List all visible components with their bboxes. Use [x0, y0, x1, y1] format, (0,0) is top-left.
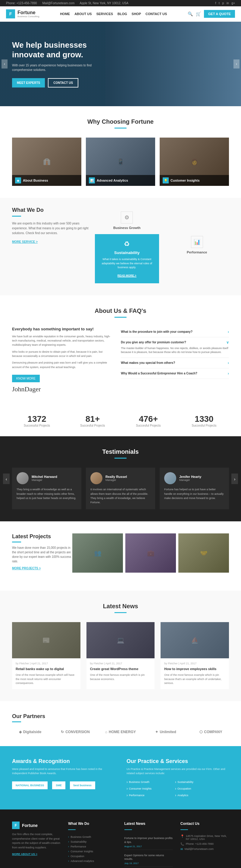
testimonials-prev-button[interactable]: ‹: [3, 474, 10, 484]
faq-item-2[interactable]: Do you give any offer for premium custom…: [121, 337, 229, 358]
logo[interactable]: F Fortune Business Consulting: [6, 9, 39, 19]
partner-company-icon: ⬡: [199, 730, 202, 734]
social-facebook[interactable]: f: [215, 1, 216, 5]
partner-home-energy[interactable]: ⌂ HOME ENERGY: [102, 730, 139, 734]
service-link-2[interactable]: Sustainability: [175, 780, 221, 784]
footer-link-3[interactable]: Performance: [68, 844, 116, 849]
footer-link-5[interactable]: Occupation: [68, 854, 116, 859]
faq-item-4[interactable]: Why Would a Successful Entrepreneur Hire…: [121, 368, 229, 379]
about-divider: [114, 317, 127, 318]
about-subtitle: Everybody has something important to say…: [12, 327, 112, 331]
stat-label-4: Succesful Projects: [179, 424, 229, 427]
footer-logo-text: Fortune: [22, 823, 38, 828]
sustainability-read-more[interactable]: READ MORE >: [117, 274, 136, 277]
stat-label-2: Succesful Projects: [68, 424, 117, 427]
project-img-1: 👥: [72, 533, 123, 572]
wwd-items: ⚙ Business Growth ♻ Sustainability What …: [95, 207, 159, 283]
business-growth-label: Business Growth: [113, 226, 140, 229]
why-card-business-label: About Business: [23, 179, 48, 182]
logo-icon: F: [6, 9, 15, 19]
cart-icon[interactable]: 🛒: [196, 11, 201, 16]
nav-about[interactable]: ABOUT US: [74, 12, 92, 16]
partner-digitalside[interactable]: ◈ Digitalside: [12, 730, 48, 734]
projects-header: Latest Projects We have done more than 1…: [12, 533, 229, 572]
nav-services[interactable]: SERVICES: [96, 12, 113, 16]
partner-conversion[interactable]: ↻ CONVERSION: [57, 730, 93, 734]
why-card-business-overlay: ◈ About Business: [12, 175, 81, 186]
why-card-insights-label: Customer Insights: [171, 179, 200, 182]
news-divider: [114, 612, 127, 613]
social-linkedin[interactable]: in: [227, 1, 229, 5]
footer-news-1: Fortune to improve your business profits…: [125, 835, 173, 849]
news-card-1-content: by Fletcher | April 21, 2017 Retail bank…: [12, 658, 80, 689]
why-card-insights-overlay: 💡 Customer Insights: [160, 175, 229, 186]
service-link-4[interactable]: Occupation: [175, 786, 221, 791]
nav-home[interactable]: HOME: [60, 12, 70, 16]
news-card-3[interactable]: ⛵ by Fletcher | April 21, 2017 How to im…: [161, 622, 229, 689]
nav-shop[interactable]: SHOP: [132, 12, 141, 16]
news-card-2-content: by Fletcher | April 21, 2017 Create grea…: [87, 658, 155, 685]
navbar: F Fortune Business Consulting HOME ABOUT…: [0, 6, 241, 22]
footer-about-link[interactable]: MORE ABOUT US >: [12, 852, 61, 856]
service-link-6[interactable]: Analytics: [175, 793, 221, 797]
faq-question-2: Do you give any offer for premium custom…: [121, 340, 229, 345]
testimonials-grid: Mitchel Harward Manager They bring a wea…: [12, 468, 229, 509]
know-more-button[interactable]: KNOW MORE: [12, 375, 40, 382]
why-card-business[interactable]: 👔 ◈ About Business: [12, 137, 81, 186]
testimonial-3-role: Manager: [179, 478, 201, 482]
service-link-1[interactable]: Business Growth: [127, 780, 173, 784]
search-icon[interactable]: 🔍: [188, 11, 193, 16]
social-google[interactable]: g+: [232, 1, 235, 5]
faq-item-3[interactable]: What makes you special from others? ›: [121, 358, 229, 368]
awards-section: Awards & Recognition Were pleased and in…: [0, 746, 241, 810]
partner-unlimited-icon: ✦: [155, 730, 158, 734]
practice-text: Us Practice & Practice Management servic…: [127, 767, 229, 776]
wwd-more-link[interactable]: MORE SERVICE >: [12, 240, 38, 244]
partner-company[interactable]: ⬡ COMPANY: [193, 730, 229, 734]
topbar-socials: f t p in g+: [214, 1, 235, 5]
partner-unlimited[interactable]: ✦ Unlimited: [148, 730, 184, 734]
why-card-analytics[interactable]: 📱 📊 Advanced Analytics: [86, 137, 155, 186]
why-section: Why Choosing Fortune 👔 ◈ About Business …: [0, 106, 241, 198]
wwd-highlight-sustainability: ♻ Sustainability What it takes is sustai…: [95, 234, 159, 283]
sustainability-title: Sustainability: [99, 250, 154, 255]
awards-text: Were pleased and inspired to announce th…: [12, 767, 114, 776]
footer-col-news: Latest News Fortune to improve your busi…: [125, 822, 173, 868]
testimonials-next-button[interactable]: ›: [231, 474, 238, 484]
news-card-1[interactable]: 📰 by Fletcher | April 21, 2017 Retail ba…: [12, 622, 80, 689]
service-link-5[interactable]: Performance: [127, 793, 173, 797]
social-pinterest[interactable]: p: [222, 1, 224, 5]
testimonial-2-text: It involves an international of systemat…: [90, 487, 151, 505]
contact-us-hero-button[interactable]: CONTACT US: [48, 78, 78, 88]
footer-link-1[interactable]: Business Growth: [68, 835, 116, 839]
hero-next-button[interactable]: ›: [234, 59, 240, 68]
footer-link-2[interactable]: Sustainability: [68, 839, 116, 844]
testimonials-divider: [114, 458, 127, 459]
get-quote-button[interactable]: GET A QUOTE: [204, 10, 235, 18]
projects-description: We have done more than 15,000 projects i…: [12, 546, 72, 564]
projects-section: Latest Projects We have done more than 1…: [0, 521, 241, 591]
nav-blog[interactable]: BLOG: [117, 12, 127, 16]
wwd-description: We are experts in this industry with ove…: [12, 221, 89, 236]
partner-company-text: ⬡ COMPANY: [193, 730, 229, 734]
testimonial-2-header: Really Russel Manager: [90, 472, 151, 484]
footer-link-4[interactable]: Consumer Insights: [68, 849, 116, 854]
news-grid: 📰 by Fletcher | April 21, 2017 Retail ba…: [12, 622, 229, 689]
hero-prev-button[interactable]: ‹: [1, 59, 7, 68]
faq-item-1[interactable]: What is the procedure to join with your …: [121, 327, 229, 337]
faq-arrow-3: ›: [228, 361, 229, 365]
meet-experts-button[interactable]: MEET EXPERTS: [12, 78, 45, 88]
projects-more-link[interactable]: MORE PROJECTS >: [12, 567, 72, 570]
partner-home-energy-icon: ⌂: [105, 730, 107, 734]
nav-contact[interactable]: CONTACT US: [145, 12, 167, 16]
wwd-left: What We Do We are experts in this indust…: [12, 207, 89, 283]
news-card-2[interactable]: 💻 by Fletcher | April 21, 2017 Create gr…: [87, 622, 155, 689]
testimonial-2-role: Manager: [105, 478, 127, 482]
footer-link-6[interactable]: Advanced Analytics: [68, 859, 116, 864]
social-twitter[interactable]: t: [219, 1, 219, 5]
nav-right: 🔍 🛒 GET A QUOTE: [188, 10, 235, 18]
why-card-insights[interactable]: 👩 💡 Customer Insights: [160, 137, 229, 186]
service-link-3[interactable]: Consumer Insights: [127, 786, 173, 791]
faq-arrow-1: ›: [228, 330, 229, 334]
wwd-center: ⚙ Business Growth ♻ Sustainability What …: [95, 207, 159, 283]
